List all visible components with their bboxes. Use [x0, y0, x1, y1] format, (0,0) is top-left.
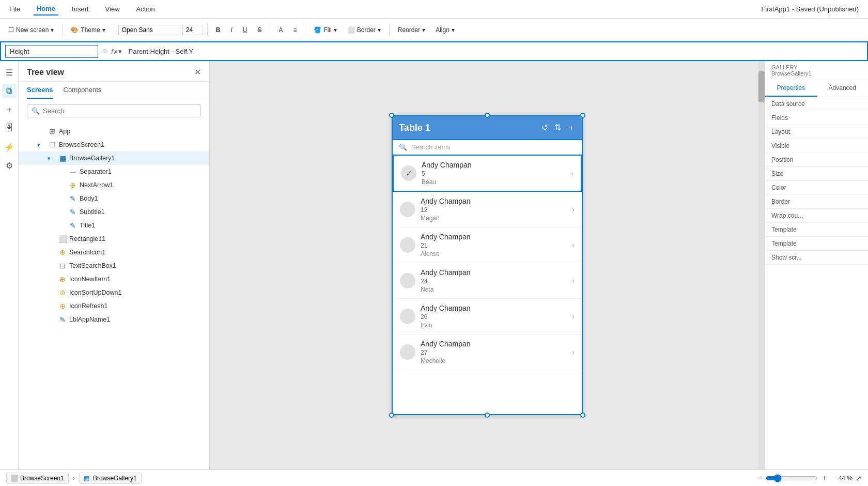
gallery-item-2[interactable]: Andy Champan 21 Alonso ›	[393, 227, 582, 263]
chevron-gallery[interactable]: ▾	[48, 155, 56, 162]
tree-item-search-icon[interactable]: ⊕ SearchIcon1	[19, 246, 209, 259]
chevron-down-icon-2: ▾	[102, 26, 105, 34]
screen-thumb-icon	[11, 475, 18, 482]
item-content-4: Andy Champan 26 Irvin	[421, 304, 572, 329]
label-size: Size	[771, 170, 783, 177]
theme-button[interactable]: 🎨 Theme ▾	[67, 24, 109, 36]
tree-item-rectangle[interactable]: ⬜ Rectangle11	[19, 232, 209, 246]
align-button[interactable]: Align ▾	[431, 24, 459, 36]
gallery-item-1[interactable]: Andy Champan 12 Megan ›	[393, 192, 582, 227]
menu-view[interactable]: View	[102, 3, 123, 15]
label-show-scrollbar: Show scr...	[771, 254, 802, 261]
zoom-out-button[interactable]: −	[758, 474, 763, 483]
table-actions: ↺ ⇅ ＋	[541, 123, 576, 133]
gallery-item-5[interactable]: Andy Champan 27 Mechelle ›	[393, 335, 582, 370]
gallery-search-icon: 🔍	[399, 143, 407, 151]
font-selector[interactable]	[118, 25, 180, 35]
item-name-2: Andy Champan	[421, 233, 572, 241]
tree-item-app[interactable]: ⊞ App	[19, 125, 209, 138]
text-search-icon: ⊟	[58, 261, 67, 270]
menu-file[interactable]: File	[6, 3, 23, 15]
strikethrough-button[interactable]: S	[253, 24, 266, 36]
tree-item-text-search[interactable]: ⊟ TextSearchBox1	[19, 259, 209, 272]
item-name-5: Andy Champan	[421, 340, 572, 348]
breadcrumb-gallery[interactable]: ▦ BrowseGallery1	[79, 473, 142, 484]
tree-panel: Tree view ✕ Screens Components 🔍 ⊞ App ▾…	[19, 61, 210, 469]
search-icon: 🔍	[32, 107, 40, 115]
tree-item-browse-gallery[interactable]: ▾ ▦ BrowseGallery1 •••	[19, 151, 209, 165]
bold-button[interactable]: B	[212, 24, 225, 36]
tab-properties[interactable]: Properties	[765, 80, 817, 97]
insert-icon[interactable]: ＋	[2, 102, 17, 117]
gallery-thumb-icon: ▦	[84, 475, 91, 482]
label-position: Position	[771, 156, 794, 163]
tree-label-icon-sort: IconSortUpDown1	[69, 289, 201, 296]
fill-button[interactable]: 🪣 Fill ▾	[309, 24, 340, 36]
tree-item-icon-refresh[interactable]: ⊕ IconRefresh1	[19, 299, 209, 313]
align-text-button[interactable]: ≡	[289, 24, 301, 36]
item-content-3: Andy Champan 24 Neta	[421, 268, 572, 293]
item-chevron-1: ›	[572, 205, 575, 214]
expand-button[interactable]: ⤢	[856, 474, 862, 482]
italic-button[interactable]: I	[226, 24, 236, 36]
new-screen-button[interactable]: ☐ New screen ▾	[4, 24, 58, 36]
tab-screens[interactable]: Screens	[27, 82, 53, 99]
tree-item-subtitle[interactable]: ✎ Subtitle1	[19, 205, 209, 219]
tree-item-browse-screen[interactable]: ▾ ☐ BrowseScreen1	[19, 138, 209, 151]
canvas-scrollbar[interactable]	[758, 61, 765, 469]
prop-visible: Visible	[765, 139, 868, 153]
tab-advanced[interactable]: Advanced	[817, 80, 869, 97]
gallery-label: GALLERY	[771, 64, 798, 70]
zoom-value: 44 %	[832, 475, 853, 482]
prop-fields: Fields	[765, 111, 868, 125]
tree-item-next-arrow[interactable]: ⊕ NextArrow1	[19, 178, 209, 192]
add-action-button[interactable]: ＋	[567, 123, 576, 133]
sort-action-button[interactable]: ⇅	[554, 123, 561, 133]
item-avatar-5	[400, 344, 415, 360]
refresh-action-button[interactable]: ↺	[541, 123, 548, 133]
menu-action[interactable]: Action	[133, 3, 158, 15]
tree-item-separator[interactable]: — Separator1	[19, 165, 209, 178]
prop-position: Position	[765, 153, 868, 167]
tree-label-app: App	[59, 128, 201, 135]
data-icon[interactable]: 🗄	[2, 121, 17, 135]
gallery-item-3[interactable]: Andy Champan 24 Neta ›	[393, 263, 582, 299]
prop-wrap-count: Wrap cou...	[765, 209, 868, 223]
breadcrumb-screen[interactable]: BrowseScreen1	[6, 473, 69, 484]
font-size-input[interactable]	[182, 25, 203, 35]
gallery-item-4[interactable]: Andy Champan 26 Irvin ›	[393, 299, 582, 335]
tree-label-subtitle: Subtitle1	[80, 208, 201, 216]
gallery-item-0[interactable]: ✓ Andy Champan 5 Beau ›	[393, 155, 582, 192]
tree-label-browse-screen: BrowseScreen1	[59, 141, 201, 148]
tree-item-icon-sort[interactable]: ⊕ IconSortUpDown1	[19, 286, 209, 299]
formula-input[interactable]	[126, 45, 863, 57]
connections-icon[interactable]: ⚡	[2, 140, 17, 154]
reorder-button[interactable]: Reorder ▾	[394, 24, 429, 36]
settings-icon[interactable]: ⚙	[2, 158, 17, 173]
menu-insert[interactable]: Insert	[69, 3, 92, 15]
underline-button[interactable]: U	[239, 24, 252, 36]
font-color-button[interactable]: A	[274, 24, 287, 36]
gallery-search-text[interactable]: Search items	[411, 143, 451, 151]
tree-item-lbl-app-name[interactable]: ✎ LblAppName1	[19, 313, 209, 326]
item-content-1: Andy Champan 12 Megan	[421, 197, 572, 222]
chevron-expand[interactable]: ▾	[37, 142, 45, 148]
tab-components[interactable]: Components	[64, 82, 102, 99]
border-button[interactable]: ⬜ Border ▾	[343, 24, 385, 36]
menu-home[interactable]: Home	[34, 3, 58, 16]
scroll-thumb[interactable]	[758, 71, 765, 102]
fx-button[interactable]: fx ▾	[111, 48, 122, 55]
label-template-1: Template	[771, 226, 797, 233]
property-selector[interactable]	[5, 45, 98, 58]
title-icon: ✎	[68, 221, 78, 230]
tree-item-body[interactable]: ✎ Body1	[19, 192, 209, 205]
tree-item-title[interactable]: ✎ Title1	[19, 219, 209, 232]
layers-icon[interactable]: ⧉	[2, 84, 17, 98]
fill-icon: 🪣	[314, 26, 321, 34]
tree-item-icon-new[interactable]: ⊕ IconNewItem1	[19, 272, 209, 286]
zoom-in-button[interactable]: ＋	[820, 473, 829, 483]
tree-close-button[interactable]: ✕	[194, 67, 201, 77]
tree-search-input[interactable]	[43, 107, 196, 115]
zoom-slider[interactable]	[766, 474, 817, 482]
hamburger-icon[interactable]: ☰	[2, 65, 17, 80]
